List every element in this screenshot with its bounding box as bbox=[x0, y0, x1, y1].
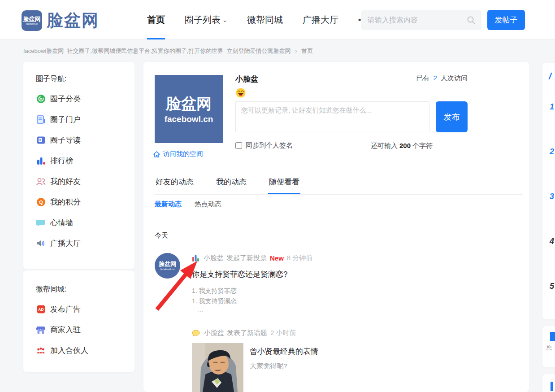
blue-square-icon bbox=[550, 332, 555, 341]
tab-my-activity[interactable]: 我的动态 bbox=[215, 170, 247, 194]
sidebar-item-broadcast-hall[interactable]: 广播大厅 bbox=[36, 233, 134, 253]
nav-label: 圈子列表 bbox=[185, 14, 221, 26]
logo-badge-icon: 脸盆网 facebowl.cn bbox=[22, 10, 42, 31]
topic-title-link[interactable]: 曾小贤最经典的表情 bbox=[250, 346, 318, 357]
rank-number-1[interactable]: 1 bbox=[550, 102, 554, 112]
sidebar-item-ranking[interactable]: 排行榜 bbox=[36, 150, 134, 171]
nav-item-home[interactable]: 首页 bbox=[137, 0, 175, 39]
rank-number-2[interactable]: 2 bbox=[550, 147, 554, 157]
visit-my-space-label: 访问我的空间 bbox=[163, 150, 203, 158]
topic-body-text: 大家觉得呢? bbox=[250, 362, 287, 370]
visits-count[interactable]: 2 bbox=[433, 74, 437, 82]
topic-photo-thumbnail[interactable] bbox=[192, 343, 243, 392]
top-header: 脸盆网 facebowl.cn 脸盆网 首页 圈子列表 ⌄ 微帮同城 广播大厅 … bbox=[0, 0, 555, 39]
feed-divider bbox=[155, 220, 523, 220]
sidebar-item-circle-category[interactable]: 圈子分类 bbox=[36, 88, 134, 109]
shop-icon bbox=[36, 325, 46, 335]
sidebar-item-join-partner[interactable]: 加入合伙人 bbox=[36, 340, 134, 361]
avatar-text-cn: 脸盆网 bbox=[166, 94, 212, 114]
rank-number-5[interactable]: 5 bbox=[550, 282, 554, 291]
rank-number-4[interactable]: 4 bbox=[550, 237, 554, 246]
sidebar-item-label: 商家入驻 bbox=[50, 325, 81, 335]
sidebar-item-label: 圈子导读 bbox=[50, 135, 81, 145]
poll-option: 1. 我支持贤澜恋 bbox=[192, 297, 237, 305]
avatar-text-cn: 脸盆网 bbox=[159, 261, 176, 267]
tab-browse-around[interactable]: 随便看看 bbox=[268, 170, 300, 194]
tab-label: 随便看看 bbox=[269, 177, 299, 187]
feed-user-link[interactable]: 小脸盆 bbox=[204, 329, 224, 337]
chars-remaining: 还可输入200个字符 bbox=[235, 142, 433, 150]
status-composer-textarea[interactable] bbox=[235, 101, 429, 132]
tab-label: 好友的动态 bbox=[156, 177, 194, 187]
active-tab-underline bbox=[147, 38, 165, 39]
feed-timestamp: 8 分钟前 bbox=[287, 254, 313, 262]
feed-date-label: 今天 bbox=[155, 231, 168, 240]
poll-more-ellipsis: ... bbox=[197, 306, 204, 314]
breadcrumb-current: 首页 bbox=[301, 48, 313, 54]
breadcrumb-separator-icon: › bbox=[295, 48, 297, 54]
notice-partial-text: 您 bbox=[546, 344, 552, 352]
nav-label: 微帮同城 bbox=[247, 14, 283, 26]
subtab-latest[interactable]: 最新动态 bbox=[155, 200, 182, 209]
visits-suffix: 人次访问 bbox=[441, 74, 468, 82]
main-nav: 首页 圈子列表 ⌄ 微帮同城 广播大厅 ••• bbox=[137, 0, 382, 39]
publish-button[interactable]: 发布 bbox=[436, 101, 468, 132]
ranking-card-heading: / bbox=[549, 71, 551, 82]
site-logo[interactable]: 脸盆网 facebowl.cn 脸盆网 bbox=[22, 9, 99, 32]
main-content-card: 脸盆网 facebowl.cn 访问我的空间 小脸盆 已有 2 人次访问 发布 … bbox=[143, 62, 529, 392]
breadcrumb: facebowl脸盆网_社交圈子,微帮同城便民信息平台,拓宽你的圈子,打开你的世… bbox=[23, 47, 313, 55]
sidebar-item-circle-guide[interactable]: 圈子导读 bbox=[36, 130, 134, 150]
nav-item-weibang[interactable]: 微帮同城 bbox=[237, 0, 293, 39]
sidebar-item-label: 我的积分 bbox=[50, 197, 81, 207]
new-badge: New bbox=[270, 254, 284, 262]
feed-divider bbox=[155, 321, 523, 321]
sidebar-item-publish-ad[interactable]: AD 发布广告 bbox=[36, 299, 134, 319]
nav-item-broadcast[interactable]: 广播大厅 bbox=[293, 0, 348, 39]
sidebar-item-merchant-join[interactable]: 商家入驻 bbox=[36, 319, 134, 340]
feed-item-meta: 小脸盆 发表了新话题 2 小时前 bbox=[192, 329, 296, 337]
poll-title-link[interactable]: 你是支持贤菲恋还是贤澜恋? bbox=[192, 269, 287, 279]
breadcrumb-site-title[interactable]: facebowl脸盆网_社交圈子,微帮同城便民信息平台,拓宽你的圈子,打开你的世… bbox=[23, 48, 291, 54]
sidebar-item-my-points[interactable]: Q 我的积分 bbox=[36, 192, 134, 212]
create-post-button[interactable]: 发帖子 bbox=[487, 10, 525, 30]
search-input[interactable] bbox=[361, 16, 467, 24]
feed-action-text: 发起了新投票 bbox=[226, 254, 267, 262]
logo-badge-domain: facebowl.cn bbox=[26, 22, 38, 26]
notice-card: 您 bbox=[542, 326, 555, 367]
status-composer bbox=[235, 101, 429, 132]
sidebar-item-label: 我的好友 bbox=[50, 176, 81, 187]
active-tab-underline bbox=[268, 193, 300, 194]
chars-suffix: 个字符 bbox=[412, 142, 433, 149]
feed-timestamp: 2 小时前 bbox=[270, 329, 296, 337]
tab-friends-activity[interactable]: 好友的动态 bbox=[155, 170, 195, 194]
ad-icon: AD bbox=[36, 304, 46, 314]
search-icon[interactable] bbox=[467, 16, 476, 25]
svg-text:AD: AD bbox=[38, 307, 43, 312]
chevron-down-icon: ⌄ bbox=[222, 17, 227, 23]
rank-number-3[interactable]: 3 bbox=[550, 192, 554, 201]
feed-item-avatar[interactable]: 脸盆网 facebowl.cn bbox=[155, 253, 180, 279]
feed-user-link[interactable]: 小脸盆 bbox=[204, 254, 224, 262]
sidebar-item-my-friends[interactable]: 我的好友 bbox=[36, 171, 134, 192]
subtab-hot[interactable]: 热点动态 bbox=[195, 200, 221, 209]
sidebar-item-label: 加入合伙人 bbox=[50, 345, 88, 356]
friends-icon bbox=[36, 176, 46, 186]
portal-icon bbox=[36, 114, 46, 124]
sidebar-item-mood-wall[interactable]: 心情墙 bbox=[36, 212, 134, 233]
circle-nav-card: 圈子导航: 圈子分类 圈子门户 圈子导读 排行榜 我的好友 Q 我的积分 bbox=[23, 62, 134, 269]
weibang-city-card: 微帮同城: AD 发布广告 商家入驻 加入合伙人 bbox=[23, 270, 134, 372]
sidebar-item-label: 发布广告 bbox=[50, 304, 81, 314]
sidebar-item-label: 广播大厅 bbox=[50, 238, 81, 248]
avatar-text-domain: facebowl.cn bbox=[160, 267, 175, 271]
topic-bubble-icon bbox=[192, 330, 200, 337]
chars-count: 200 bbox=[399, 142, 411, 149]
chars-prefix: 还可输入 bbox=[371, 142, 398, 149]
poll-bars-icon bbox=[192, 254, 199, 262]
search-box[interactable] bbox=[361, 10, 481, 30]
visit-my-space-link[interactable]: 访问我的空间 bbox=[153, 150, 203, 158]
feed-action-text: 发表了新话题 bbox=[227, 329, 267, 337]
guide-icon bbox=[36, 135, 46, 145]
profile-avatar[interactable]: 脸盆网 facebowl.cn bbox=[155, 75, 223, 143]
sidebar-item-circle-portal[interactable]: 圈子门户 bbox=[36, 109, 134, 130]
nav-item-circle-list[interactable]: 圈子列表 ⌄ bbox=[175, 0, 237, 39]
